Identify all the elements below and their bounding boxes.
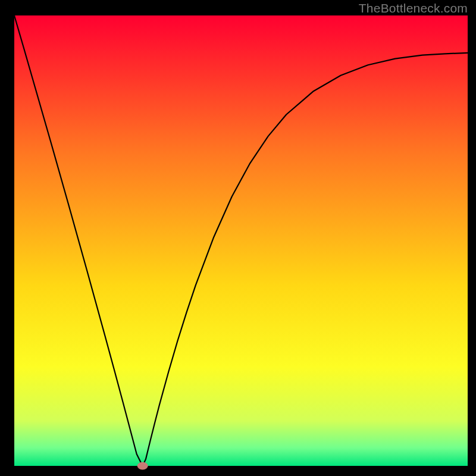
chart-plot-area (14, 15, 468, 466)
watermark-text: TheBottleneck.com (359, 1, 468, 15)
bottleneck-chart (0, 0, 476, 476)
chart-container: TheBottleneck.com (0, 0, 476, 476)
optimum-marker (137, 462, 148, 470)
